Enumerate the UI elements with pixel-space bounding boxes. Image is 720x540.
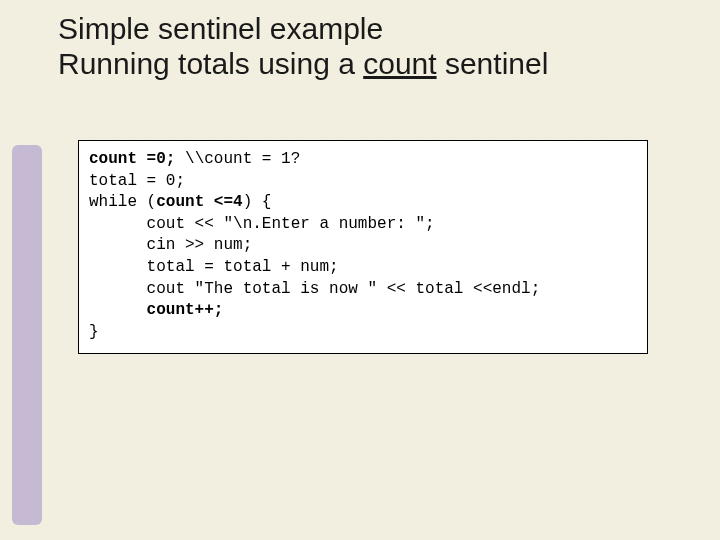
code-l4: cout << "\n.Enter a number: "; [89, 215, 435, 233]
code-l3-c: ) { [243, 193, 272, 211]
code-l7: cout "The total is now " << total <<endl… [89, 280, 540, 298]
code-box: count =0; \\count = 1? total = 0; while … [78, 140, 648, 354]
code-block: count =0; \\count = 1? total = 0; while … [89, 149, 637, 343]
title-line-1: Simple sentinel example [58, 12, 383, 45]
code-l3-bold: count <=4 [156, 193, 242, 211]
code-l1-bold: count =0; [89, 150, 175, 168]
title-count-word: count [363, 47, 436, 80]
code-l1-rest: \\count = 1? [175, 150, 300, 168]
title-line-2-pre: Running totals using a [58, 47, 363, 80]
code-l9: } [89, 323, 99, 341]
slide-title: Simple sentinel example Running totals u… [58, 12, 700, 81]
title-line-2-post: sentinel [437, 47, 549, 80]
code-l8-indent [89, 301, 147, 319]
code-l5: cin >> num; [89, 236, 252, 254]
code-l8-bold: count++; [147, 301, 224, 319]
code-l2: total = 0; [89, 172, 185, 190]
decorative-sidebar [12, 145, 42, 525]
code-l6: total = total + num; [89, 258, 339, 276]
code-l3-a: while ( [89, 193, 156, 211]
